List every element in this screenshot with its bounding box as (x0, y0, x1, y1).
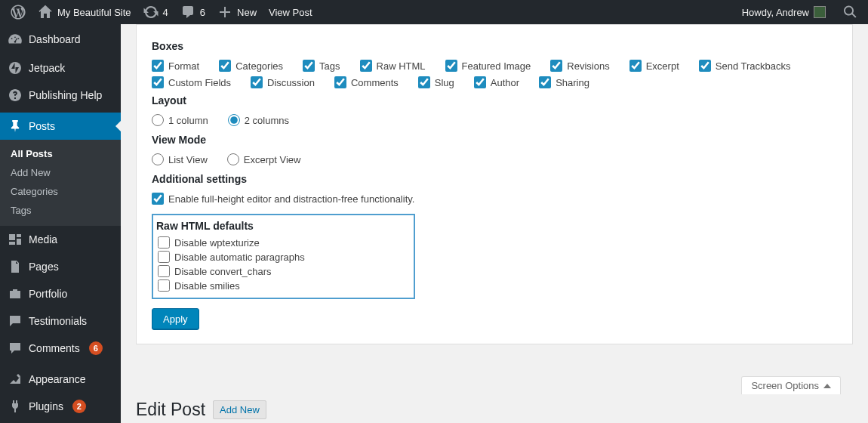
box-featured-image[interactable]: Featured Image (445, 60, 531, 72)
box-custom-fields[interactable]: Custom Fields (152, 76, 231, 88)
submenu-categories[interactable]: Categories (0, 182, 121, 201)
sidebar-label: Posts (29, 120, 55, 132)
view-list[interactable]: List View (152, 153, 208, 165)
sidebar-item-media[interactable]: Media (0, 226, 121, 253)
plugins-count-badge: 2 (72, 400, 86, 413)
raw-disable-smilies[interactable]: Disable smilies (158, 279, 305, 292)
plus-icon (217, 5, 232, 20)
sidebar-item-posts[interactable]: Posts (0, 113, 121, 140)
raw-disable-convert-chars[interactable]: Disable convert_chars (158, 265, 305, 277)
search-icon (842, 5, 857, 20)
sidebar-item-portfolio[interactable]: Portfolio (0, 280, 121, 307)
view-mode-heading: View Mode (152, 134, 837, 146)
main-content: Boxes Format Categories Tags Raw HTML Fe… (121, 24, 868, 423)
page-title: Edit Post (136, 400, 205, 420)
view-excerpt[interactable]: Excerpt View (227, 153, 301, 165)
raw-heading: Raw HTML defaults (156, 220, 305, 232)
submenu-add-new[interactable]: Add New (0, 163, 121, 182)
wp-logo[interactable] (5, 0, 32, 24)
plugins-icon (8, 399, 23, 414)
raw-html-defaults-box: Raw HTML defaults Disable wptexturize Di… (152, 214, 415, 299)
box-comments[interactable]: Comments (334, 76, 399, 88)
add-new-button[interactable]: Add New (213, 400, 266, 419)
site-name-link[interactable]: My Beautiful Site (32, 0, 137, 24)
page-icon (8, 259, 23, 274)
sidebar-item-jetpack[interactable]: Jetpack (0, 54, 121, 82)
layout-row: 1 column 2 columns (152, 114, 837, 126)
box-discussion[interactable]: Discussion (251, 76, 315, 88)
sidebar-item-pages[interactable]: Pages (0, 253, 121, 280)
raw-disable-wptexturize[interactable]: Disable wptexturize (158, 236, 305, 249)
page-heading-row: Edit Post Add New (136, 400, 853, 420)
screen-options-toggle[interactable]: Screen Options (741, 376, 841, 394)
sidebar-label: Comments (29, 342, 80, 354)
my-account-link[interactable]: Howdy, Andrew (736, 0, 832, 24)
screen-options-label: Screen Options (751, 380, 819, 391)
new-content-link[interactable]: New (211, 0, 263, 24)
svg-point-0 (9, 62, 21, 74)
comments-icon (8, 341, 23, 356)
box-excerpt[interactable]: Excerpt (629, 60, 679, 72)
wordpress-icon (11, 5, 26, 20)
media-icon (8, 232, 23, 247)
home-icon (38, 5, 53, 20)
posts-submenu: All Posts Add New Categories Tags (0, 140, 121, 226)
view-post-link[interactable]: View Post (263, 0, 319, 24)
box-send-trackbacks[interactable]: Send Trackbacks (699, 60, 791, 72)
box-revisions[interactable]: Revisions (550, 60, 609, 72)
comments-count-badge: 6 (89, 341, 103, 355)
sidebar-label: Portfolio (29, 288, 67, 300)
additional-full-height[interactable]: Enable full-height editor and distractio… (152, 193, 837, 205)
box-format[interactable]: Format (152, 60, 199, 72)
updates-count: 4 (163, 7, 168, 18)
layout-1col[interactable]: 1 column (152, 114, 208, 126)
submenu-tags[interactable]: Tags (0, 201, 121, 220)
avatar (814, 6, 826, 18)
raw-disable-autop[interactable]: Disable automatic paragraphs (158, 251, 305, 263)
comments-count-label: 6 (200, 7, 205, 18)
comment-icon (180, 5, 195, 20)
comments-link[interactable]: 6 (174, 0, 211, 24)
sidebar-item-publishing-help[interactable]: Publishing Help (0, 82, 121, 109)
view-post-label: View Post (269, 7, 312, 18)
testimonial-icon (8, 313, 23, 329)
chevron-up-icon (823, 384, 831, 388)
boxes-row-2: Custom Fields Discussion Comments Slug A… (152, 76, 837, 88)
box-sharing[interactable]: Sharing (539, 76, 589, 88)
additional-heading: Additional settings (152, 173, 837, 185)
view-mode-row: List View Excerpt View (152, 153, 837, 165)
jetpack-icon (8, 60, 23, 76)
sidebar-label: Publishing Help (29, 89, 102, 101)
apply-button[interactable]: Apply (152, 308, 199, 330)
dashboard-icon (8, 32, 23, 47)
sidebar-label: Media (29, 233, 57, 245)
sidebar-item-dashboard[interactable]: Dashboard (0, 24, 121, 54)
sidebar-item-plugins[interactable]: Plugins 2 (0, 393, 121, 420)
box-raw-html[interactable]: Raw HTML (360, 60, 426, 72)
appearance-icon (8, 372, 23, 387)
box-categories[interactable]: Categories (219, 60, 283, 72)
pin-icon (8, 119, 23, 134)
site-name-label: My Beautiful Site (57, 7, 131, 18)
layout-heading: Layout (152, 94, 837, 107)
sidebar-item-comments[interactable]: Comments 6 (0, 335, 121, 362)
sidebar-label: Dashboard (29, 33, 81, 45)
update-icon (143, 5, 159, 20)
submenu-all-posts[interactable]: All Posts (0, 144, 121, 163)
layout-2col[interactable]: 2 columns (228, 114, 289, 126)
sidebar-item-testimonials[interactable]: Testimonials (0, 307, 121, 335)
updates-link[interactable]: 4 (137, 0, 174, 24)
box-tags[interactable]: Tags (303, 60, 340, 72)
new-label: New (237, 7, 257, 18)
admin-bar: My Beautiful Site 4 6 New View Post Howd… (0, 0, 868, 24)
boxes-row-1: Format Categories Tags Raw HTML Featured… (152, 60, 837, 72)
admin-sidebar: Dashboard Jetpack Publishing Help Posts … (0, 24, 121, 423)
search-toggle[interactable] (838, 0, 862, 24)
help-icon (8, 88, 23, 103)
sidebar-label: Testimonials (29, 315, 87, 327)
sidebar-label: Plugins (29, 400, 63, 412)
box-slug[interactable]: Slug (418, 76, 454, 88)
sidebar-item-appearance[interactable]: Appearance (0, 366, 121, 393)
box-author[interactable]: Author (474, 76, 519, 88)
boxes-heading: Boxes (152, 40, 837, 52)
